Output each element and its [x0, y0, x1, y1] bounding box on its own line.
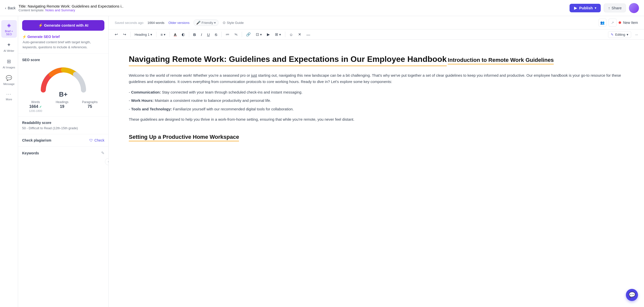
seo-stat-paragraphs: Paragraphs 75	[82, 100, 98, 112]
publish-button[interactable]: ▶ Publish ▾	[570, 4, 601, 12]
image-icon: ⊡	[256, 32, 259, 37]
heading-selector[interactable]: Heading 1 ▾	[133, 31, 154, 38]
sidebar-item-ai-writer[interactable]: ✦ AI Writer	[1, 40, 17, 54]
format-separator-4	[189, 32, 189, 37]
ordered-list-button[interactable]: ≒	[232, 31, 240, 38]
bold-button[interactable]: B	[191, 31, 198, 38]
sidebar-item-brief-seo[interactable]: ◈ Brief + SEO	[1, 20, 17, 38]
words-label: Words	[31, 100, 40, 104]
list-item-work-hours: - Work Hours: Maintain a consistent rout…	[129, 97, 624, 104]
keywords-title: Keywords	[22, 151, 39, 155]
pencil-icon: ✎	[611, 33, 614, 36]
sidebar-item-ai-writer-label: AI Writer	[4, 49, 14, 52]
content-template-link[interactable]: Notes and Summary	[45, 8, 75, 12]
style-guide-icon: ⊙	[223, 21, 226, 25]
sidebar-item-more[interactable]: ··· More	[1, 90, 17, 103]
more-options-button[interactable]: ···	[633, 31, 640, 38]
divider-button[interactable]: —	[304, 31, 312, 38]
back-arrow-icon: ‹	[5, 6, 6, 10]
avatar[interactable]	[629, 3, 639, 13]
align-button[interactable]: ≡ ▾	[158, 31, 168, 38]
seo-score-section: SEO score B+ Words	[18, 54, 108, 116]
keywords-edit-icon[interactable]: ✎	[101, 151, 104, 155]
strikethrough-button[interactable]: S	[213, 31, 219, 38]
editor-content[interactable]: Navigating Remote Work: Guidelines and E…	[109, 40, 644, 307]
play-icon: ▶	[267, 32, 270, 37]
share-button[interactable]: ↑ Share	[604, 4, 626, 12]
plagiarism-section: Check plagiarism 🛡 Check	[18, 134, 108, 146]
generate-seo-label: ⚡ Generate SEO brief	[22, 35, 60, 39]
headings-value: 19	[60, 104, 64, 109]
collaborators-button[interactable]: 👥	[598, 19, 607, 27]
main-layout: ◈ Brief + SEO ✦ AI Writer ⊞ AI Images 💬 …	[0, 16, 644, 307]
table-button[interactable]: ⊞ ▾	[273, 31, 283, 38]
share-meta-icon: ↗	[611, 21, 614, 25]
play-button[interactable]: ▶	[265, 31, 272, 38]
top-nav-left: ‹ Back Title: Navigating Remote Work: Gu…	[5, 4, 124, 12]
seo-gauge: B+	[22, 65, 104, 98]
section1-heading: Introduction to Remote Work Guidelines	[448, 57, 554, 64]
generate-content-button[interactable]: ⚡ Generate content with AI	[22, 20, 104, 31]
link-button[interactable]: 🔗	[244, 31, 253, 38]
heading-chevron-icon: ▾	[150, 33, 152, 36]
shield-icon: 🛡	[89, 138, 93, 142]
chat-bubble-button[interactable]: 💬	[626, 289, 638, 301]
icon-sidebar: ◈ Brief + SEO ✦ AI Writer ⊞ AI Images 💬 …	[0, 16, 18, 307]
sidebar-item-ai-images[interactable]: ⊞ AI Images	[1, 56, 17, 71]
editor-meta-bar: Saved seconds ago 1664 words Older versi…	[109, 16, 644, 29]
undo-icon: ↩	[115, 32, 118, 37]
redo-button[interactable]: ↪	[121, 31, 128, 38]
style-guide-button[interactable]: ⊙ Style Guide	[223, 21, 244, 25]
highlight-button[interactable]: ◐	[180, 31, 187, 38]
undo-button[interactable]: ↩	[113, 31, 120, 38]
side-panel: ‹ ⚡ Generate content with AI ⚡ Generate …	[18, 16, 109, 307]
more-icon: ···	[6, 92, 12, 97]
sidebar-item-brief-seo-label: Brief + SEO	[3, 30, 15, 36]
back-button[interactable]: ‹ Back	[5, 6, 16, 10]
tone-label: Friendly	[202, 21, 213, 25]
ordered-list-icon: ≒	[234, 32, 238, 37]
document-title: Navigating Remote Work: Guidelines and E…	[129, 54, 447, 66]
seo-stat-words: Words 1664 ✓ 1200-1800	[29, 100, 42, 112]
seo-stats: Words 1664 ✓ 1200-1800 Headings 19 Parag…	[22, 100, 104, 112]
microphone-icon: 🎤	[196, 21, 200, 25]
new-item-badge: New Item	[619, 21, 638, 25]
more-options-icon: ···	[635, 33, 638, 36]
editor-area: Saved seconds ago 1664 words Older versi…	[109, 16, 644, 307]
generate-seo-desc: Auto-generated content brief with target…	[22, 40, 104, 50]
format-separator-7	[285, 32, 285, 37]
check-plagiarism-button[interactable]: 🛡 Check	[89, 138, 104, 142]
sidebar-item-ai-images-label: AI Images	[3, 66, 15, 69]
format-separator-6	[242, 32, 242, 37]
table-icon: ⊞	[275, 32, 278, 37]
panel-collapse-button[interactable]: ‹	[105, 158, 109, 165]
user-group-icon: 👥	[600, 21, 605, 25]
publish-arrow-icon: ▶	[574, 6, 577, 10]
headings-label: Headings	[56, 100, 68, 104]
intro-paragraph: Welcome to the world of remote work! Whe…	[129, 72, 624, 85]
plagiarism-title: Check plagiarism	[22, 138, 51, 142]
text-color-button[interactable]: A	[172, 31, 179, 38]
style-guide-label: Style Guide	[227, 21, 244, 25]
gauge-svg	[38, 65, 89, 93]
generate-seo-link[interactable]: ⚡ Generate SEO brief	[22, 35, 104, 39]
editing-dropdown[interactable]: ✎ Editing ▾	[608, 31, 631, 38]
sidebar-item-message[interactable]: 💬 Message	[1, 73, 17, 87]
editing-label: Editing	[615, 33, 625, 36]
underline-icon: U	[207, 32, 210, 37]
clear-format-button[interactable]: ✕	[296, 31, 303, 38]
nav-title-block: Title: Navigating Remote Work: Guideline…	[19, 4, 124, 12]
list-item-communication: - Communication: Stay connected with you…	[129, 89, 624, 96]
italic-button[interactable]: I	[199, 31, 204, 38]
share-meta-button[interactable]: ↗	[609, 19, 617, 27]
underline-button[interactable]: U	[205, 31, 212, 38]
bullet-list-button[interactable]: ≔	[224, 31, 231, 38]
divider-icon: —	[306, 32, 310, 37]
tone-selector[interactable]: 🎤 Friendly ▾	[193, 19, 219, 26]
message-icon: 💬	[6, 75, 12, 81]
older-versions-link[interactable]: Older versions	[168, 21, 189, 25]
emoji-button[interactable]: ☺	[287, 31, 295, 38]
sidebar-item-message-label: Message	[3, 82, 15, 85]
image-button[interactable]: ⊡ ▾	[254, 31, 264, 38]
image-chevron-icon: ▾	[260, 33, 262, 36]
